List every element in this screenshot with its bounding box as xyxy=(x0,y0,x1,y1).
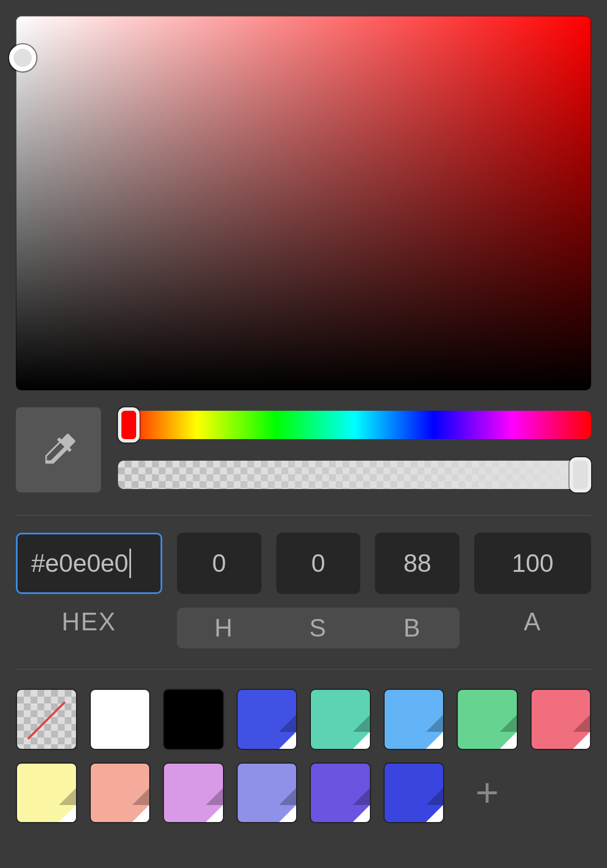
swatch-blue[interactable] xyxy=(237,689,298,750)
alpha-thumb[interactable] xyxy=(570,457,591,492)
swatch-pink[interactable] xyxy=(530,689,592,750)
swatch-indigo[interactable] xyxy=(383,762,445,824)
hue-thumb[interactable] xyxy=(118,407,140,443)
swatch-transparent[interactable] xyxy=(16,689,77,750)
eyedropper-icon xyxy=(39,429,78,471)
swatch-orchid[interactable] xyxy=(163,762,224,824)
swatch-violet[interactable] xyxy=(310,762,371,824)
h-label: H xyxy=(177,614,271,642)
a-value: 100 xyxy=(512,549,553,578)
sb-thumb[interactable] xyxy=(9,44,36,71)
alpha-slider[interactable] xyxy=(118,461,591,489)
eyedropper-button[interactable] xyxy=(16,407,101,492)
hue-slider[interactable] xyxy=(118,411,591,439)
b-label: B xyxy=(365,614,460,642)
swatch-green[interactable] xyxy=(457,689,518,750)
swatch-teal[interactable] xyxy=(310,689,371,750)
inputs-row: #e0e0e0 HEX 0 0 88 H S B xyxy=(16,533,591,648)
h-value: 0 xyxy=(212,549,226,578)
divider xyxy=(16,669,591,669)
s-label: S xyxy=(271,614,365,642)
swatch-fold-icon xyxy=(132,805,149,822)
sliders xyxy=(118,407,591,492)
hsb-group: 0 0 88 H S B xyxy=(177,533,460,648)
a-input[interactable]: 100 xyxy=(474,533,591,594)
swatch-periwinkle[interactable] xyxy=(237,762,298,824)
swatch-sky[interactable] xyxy=(383,689,445,750)
swatch-fold-icon xyxy=(573,732,590,749)
swatch-fold-icon xyxy=(279,732,296,749)
swatch-fold-icon xyxy=(59,805,76,822)
s-input[interactable]: 0 xyxy=(276,533,361,594)
slider-row xyxy=(16,407,591,492)
hex-value: #e0e0e0 xyxy=(31,549,128,578)
a-label: A xyxy=(524,608,541,636)
color-picker-panel: #e0e0e0 HEX 0 0 88 H S B xyxy=(0,0,607,868)
swatches-grid: + xyxy=(16,689,591,823)
swatch-fold-icon xyxy=(353,805,370,822)
s-value: 0 xyxy=(311,549,325,578)
swatch-fold-icon xyxy=(426,732,443,749)
swatch-fold-icon xyxy=(426,805,443,822)
swatch-fold-icon xyxy=(279,805,296,822)
saturation-brightness-area[interactable] xyxy=(16,16,591,390)
swatch-fold-icon xyxy=(206,805,223,822)
swatch-white[interactable] xyxy=(90,689,151,750)
divider xyxy=(16,515,591,516)
b-value: 88 xyxy=(403,549,431,578)
h-input[interactable]: 0 xyxy=(177,533,262,594)
hex-label: HEX xyxy=(62,608,116,636)
hex-input[interactable]: #e0e0e0 xyxy=(16,533,162,594)
swatch-black[interactable] xyxy=(163,689,224,750)
swatch-lemon[interactable] xyxy=(16,762,77,824)
add-swatch-button[interactable]: + xyxy=(457,762,518,824)
hsb-mode-toggle[interactable]: H S B xyxy=(177,608,460,648)
swatch-fold-icon xyxy=(500,732,517,749)
hex-group: #e0e0e0 HEX xyxy=(16,533,162,636)
swatch-fold-icon xyxy=(353,732,370,749)
alpha-group: 100 A xyxy=(474,533,591,636)
b-input[interactable]: 88 xyxy=(375,533,460,594)
text-caret xyxy=(129,549,131,578)
swatch-salmon[interactable] xyxy=(90,762,151,824)
